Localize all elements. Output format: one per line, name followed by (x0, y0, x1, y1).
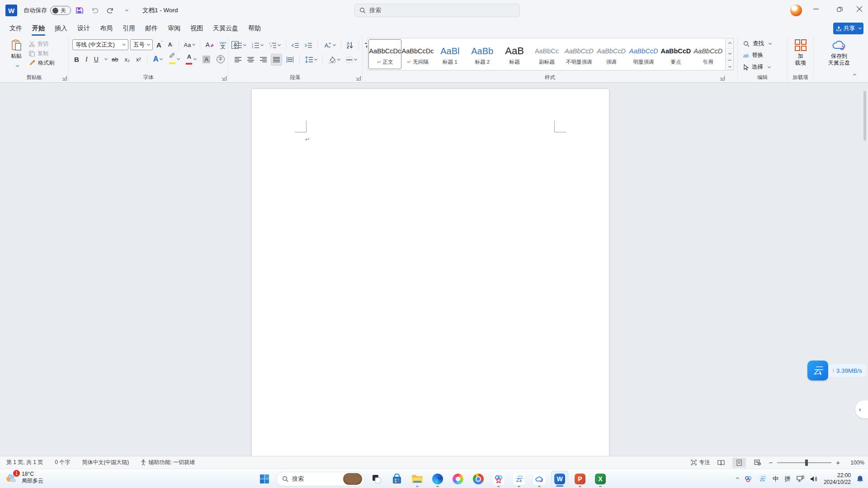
style-heading2[interactable]: AaBb 标题 2 (466, 39, 498, 69)
format-painter-button[interactable]: 格式刷 (29, 58, 54, 68)
align-center-button[interactable] (245, 54, 256, 66)
phonetic-guide-button[interactable]: wén 文 (218, 39, 228, 51)
style-subtitle[interactable]: AaBbCc 副标题 (531, 39, 563, 69)
web-layout-button[interactable] (750, 458, 764, 468)
style-emphasis[interactable]: AaBbCcD 强调 (595, 39, 627, 69)
excel-taskbar-icon[interactable]: X (592, 471, 609, 487)
numbering-button[interactable]: 1 2 3 (250, 39, 265, 51)
strikethrough-button[interactable]: ab (110, 53, 120, 65)
tab-mailings[interactable]: 邮件 (140, 22, 163, 35)
tianyi-cloud-app-icon[interactable]: 云 (510, 471, 528, 487)
paste-button[interactable]: 粘贴 (6, 39, 26, 68)
tab-file[interactable]: 文件 (5, 22, 27, 35)
zoom-slider-thumb[interactable] (805, 460, 808, 466)
minimize-button[interactable] (806, 0, 826, 18)
find-button[interactable]: 查找 (743, 40, 771, 47)
search-highlight-image[interactable] (343, 473, 362, 485)
zoom-slider[interactable] (777, 462, 831, 463)
decrease-indent-button[interactable] (290, 39, 301, 51)
rings-tray-icon[interactable] (745, 475, 752, 483)
hidden-icons-button[interactable] (736, 477, 739, 480)
style-normal[interactable]: AaBbCcDc ↵ 正文 (368, 39, 401, 69)
clear-formatting-button[interactable]: A (203, 39, 216, 51)
styles-dialog-launcher[interactable] (720, 76, 725, 80)
read-mode-button[interactable] (714, 458, 728, 468)
autosave-toggle[interactable]: 关 (50, 6, 71, 15)
print-layout-button[interactable] (732, 458, 746, 468)
zoom-in-button[interactable]: + (836, 459, 840, 466)
tianyi-tray-icon[interactable]: 云 (758, 474, 767, 483)
superscript-button[interactable]: x² (134, 53, 143, 65)
highlight-button[interactable] (167, 53, 181, 65)
copy-button[interactable]: 复制 (29, 49, 54, 58)
document-page[interactable]: ↵ (252, 89, 609, 460)
edge-browser-icon[interactable] (429, 471, 446, 487)
taskbar-clock[interactable]: 22:00 2024/10/22 (824, 472, 851, 486)
line-spacing-button[interactable] (303, 54, 319, 66)
font-color-button[interactable]: A (184, 53, 198, 65)
cloud-sync-app-icon[interactable] (531, 471, 548, 487)
zoom-out-button[interactable]: − (769, 459, 773, 466)
word-taskbar-icon[interactable]: W (551, 471, 568, 487)
tab-view[interactable]: 视图 (185, 22, 208, 35)
vertical-scrollbar[interactable] (863, 84, 867, 454)
distribute-button[interactable] (284, 54, 296, 66)
save-to-cloud-button[interactable]: 保存到天翼云盘 (814, 39, 864, 66)
taskbar-search-box[interactable]: 搜索 (276, 472, 365, 486)
borders-button[interactable] (344, 54, 359, 66)
close-button[interactable] (849, 0, 868, 18)
tab-help[interactable]: 帮助 (243, 22, 266, 35)
justify-button[interactable] (271, 54, 282, 66)
tab-review[interactable]: 审阅 (163, 22, 185, 35)
shrink-font-button[interactable]: Aˇ (166, 39, 175, 51)
zoom-percentage[interactable]: 100% (844, 460, 864, 466)
enclose-characters-button[interactable]: 字 (215, 53, 226, 65)
font-name-combo[interactable]: 等线 (中文正文) (72, 39, 128, 50)
weather-widget[interactable]: 1 18°C 局部多云 (5, 471, 43, 484)
increase-indent-button[interactable] (303, 39, 314, 51)
font-dialog-launcher[interactable] (222, 76, 226, 80)
align-left-button[interactable] (233, 54, 243, 66)
character-shading-button[interactable]: A (201, 53, 212, 65)
asian-layout-button[interactable]: A (321, 39, 337, 51)
network-icon[interactable] (797, 475, 804, 482)
volume-icon[interactable] (810, 476, 818, 482)
replace-button[interactable]: ab 替换 (743, 52, 763, 59)
notification-bell-icon[interactable] (857, 475, 863, 483)
rings-app-icon[interactable] (490, 471, 507, 487)
share-button[interactable]: 共享 (833, 23, 863, 34)
autosave-control[interactable]: 自动保存 关 (24, 6, 71, 15)
text-effects-button[interactable]: A (151, 53, 165, 65)
shading-button[interactable] (326, 54, 342, 66)
cloud-upload-speed-widget[interactable]: 云 ↑ 3.39MB/s (807, 361, 867, 380)
chrome-browser-icon[interactable] (470, 471, 487, 487)
styles-scroll-up-button[interactable] (726, 38, 733, 49)
document-canvas[interactable]: ↵ (0, 83, 868, 456)
style-quote[interactable]: AaBbCcD 引用 (692, 39, 724, 69)
tab-design[interactable]: 设计 (72, 22, 95, 35)
style-intense-emphasis[interactable]: AaBbCcD 明显强调 (627, 39, 660, 69)
collapse-ribbon-button[interactable] (852, 70, 856, 78)
style-no-spacing[interactable]: AaBbCcDc ↵ 无间隔 (401, 39, 434, 69)
tab-layout[interactable]: 布局 (95, 22, 118, 35)
start-button[interactable] (256, 471, 273, 487)
language-indicator[interactable]: 简体中文(中国大陆) (82, 459, 129, 466)
grow-font-button[interactable]: Aˆ (155, 39, 165, 51)
style-strong[interactable]: AaBbCcD 要点 (660, 39, 692, 69)
task-view-button[interactable] (368, 471, 385, 487)
tab-cloud-drive[interactable]: 天翼云盘 (208, 22, 243, 35)
change-case-button[interactable]: Aa (182, 39, 197, 51)
restore-button[interactable] (829, 0, 850, 18)
sort-button[interactable]: A Z (345, 39, 355, 51)
align-right-button[interactable] (258, 54, 269, 66)
avatar[interactable] (790, 5, 802, 16)
colorful-swirl-app-icon[interactable] (449, 471, 467, 487)
italic-button[interactable]: I (84, 53, 90, 65)
bold-button[interactable]: B (72, 53, 81, 65)
tab-references[interactable]: 引用 (118, 22, 140, 35)
styles-scroll-down-button[interactable] (726, 49, 733, 59)
style-subtle-emphasis[interactable]: AaBbCcD 不明显强调 (563, 39, 595, 69)
word-count[interactable]: 0 个字 (55, 459, 70, 466)
page-indicator[interactable]: 第 1 页, 共 1 页 (6, 459, 43, 466)
quick-access-more-button[interactable] (119, 4, 132, 17)
